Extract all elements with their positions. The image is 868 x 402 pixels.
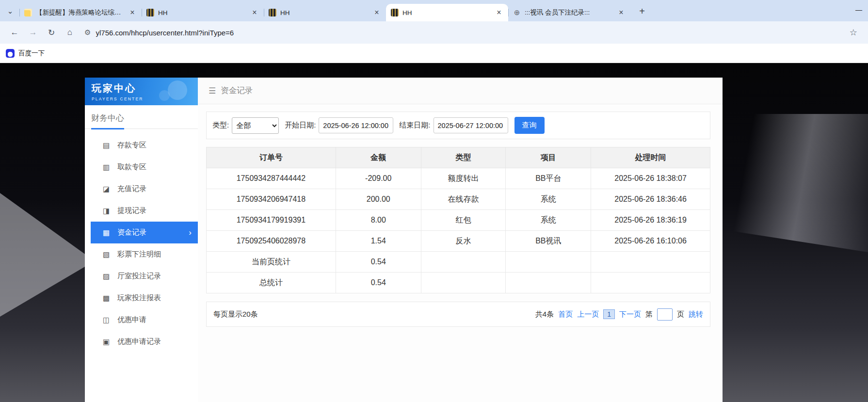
sidebar: 玩家中心 PLAYERS CENTER 财务中心 ▤ 存款专区 ▥ 取款专区 ◪… [85, 78, 198, 402]
cell-type: 反水 [421, 231, 506, 252]
jump-label-pre: 第 [645, 310, 653, 319]
player-bet-report-icon: ▩ [102, 294, 111, 303]
sidebar-item-hall-bet-records[interactable]: ▨ 厅室投注记录 [85, 265, 198, 287]
sidebar-item-label: 优惠申请 [117, 315, 146, 324]
funds-record-icon: ▦ [102, 228, 111, 237]
bookmark-star-icon[interactable]: ☆ [850, 27, 857, 38]
col-amount: 金额 [336, 147, 421, 168]
hh-favicon-icon [269, 9, 276, 16]
sidebar-item-label: 玩家投注报表 [117, 293, 161, 303]
first-page-link[interactable]: 首页 [558, 310, 573, 319]
cell-empty [506, 252, 591, 273]
tab-hh-1[interactable]: HH × [142, 4, 264, 21]
main-header: ☰ 资金记录 [198, 78, 723, 104]
background-shape [708, 114, 868, 252]
cell-empty [591, 273, 710, 293]
forum-favicon-icon [24, 9, 32, 16]
sidebar-item-label: 资金记录 [117, 228, 146, 237]
close-icon[interactable]: × [128, 8, 137, 17]
cell-process-time: 2025-06-26 18:38:07 [591, 168, 710, 189]
promo-apply-icon: ◫ [102, 316, 111, 324]
table-row: 1750934179919391 8.00 红包 系统 2025-06-26 1… [207, 210, 710, 231]
cell-order-number: 1750925406028978 [207, 231, 336, 252]
bookmarks-bar: 百度一下 [0, 44, 868, 63]
sidebar-item-promo-application[interactable]: ◫ 优惠申请 [85, 309, 198, 331]
cell-amount: 0.54 [336, 252, 421, 273]
jump-button[interactable]: 跳转 [689, 310, 703, 319]
back-icon: ← [11, 28, 19, 37]
cell-process-time: 2025-06-26 18:36:19 [591, 210, 710, 231]
tab-title: :::视讯 会员下注纪录::: [525, 8, 613, 17]
sidebar-item-player-bet-report[interactable]: ▩ 玩家投注报表 [85, 287, 198, 309]
col-order-number: 订单号 [207, 147, 336, 168]
sidebar-item-label: 优惠申请记录 [117, 337, 161, 346]
page-title: 资金记录 [221, 85, 253, 96]
tab-title: HH [280, 9, 369, 16]
col-process-time: 处理时间 [591, 147, 710, 168]
tab-search-button[interactable]: ⌄ [4, 5, 16, 17]
back-button[interactable]: ← [7, 25, 22, 40]
cell-amount: 8.00 [336, 210, 421, 231]
close-icon[interactable]: × [372, 8, 381, 17]
home-button[interactable]: ⌂ [62, 25, 78, 40]
cell-empty [591, 252, 710, 273]
reload-icon: ↻ [48, 28, 55, 38]
query-button[interactable]: 查询 [514, 117, 545, 134]
cell-order-number: 1750934287444442 [207, 168, 336, 189]
tab-hh-active[interactable]: HH × [386, 4, 508, 21]
table-row: 1750925406028978 1.54 反水 BB视讯 2025-06-26… [207, 231, 710, 252]
sidebar-item-withdraw-zone[interactable]: ▥ 取款专区 [85, 156, 198, 178]
cell-empty [506, 273, 591, 293]
site-info-icon[interactable]: ⚙ [84, 28, 91, 37]
cell-type: 在线存款 [421, 189, 506, 210]
current-page-indicator[interactable]: 1 [603, 309, 615, 319]
tab-video-bets[interactable]: ⊕ :::视讯 会员下注纪录::: × [508, 4, 630, 21]
tab-search-icon: ⌄ [7, 7, 14, 16]
sidebar-item-deposit-zone[interactable]: ▤ 存款专区 [85, 134, 198, 156]
end-date-input[interactable] [434, 117, 508, 133]
cell-empty [421, 252, 506, 273]
sidebar-item-withdrawal-records[interactable]: ◨ 提现记录 [85, 200, 198, 222]
tab-forum[interactable]: 【新提醒】海燕策略论坛综合交 × [19, 4, 142, 21]
window-minimize-button[interactable]: — [855, 6, 862, 14]
chevron-right-icon: › [189, 228, 192, 238]
address-bar[interactable]: ⚙ yl756.com/hhcp/usercenter.html?iniType… [80, 27, 861, 38]
total-count-text: 共4条 [535, 310, 554, 319]
pagination-bar: 每页显示20条 共4条 首页 上一页 1 下一页 第 页 跳转 [206, 302, 710, 327]
cell-project: 系统 [506, 210, 591, 231]
bookmark-baidu[interactable]: 百度一下 [18, 49, 45, 58]
funds-records-table: 订单号 金额 类型 项目 处理时间 1750934287444442 -209.… [206, 147, 710, 293]
next-page-link[interactable]: 下一页 [619, 310, 641, 319]
url-text[interactable]: yl756.com/hhcp/usercenter.html?iniType=6 [96, 29, 234, 37]
forward-button[interactable]: → [25, 25, 41, 40]
start-date-input[interactable] [319, 117, 393, 133]
filter-bar: 类型: 全部 开始日期: 结束日期: 查询 [206, 112, 710, 139]
page-jump-input[interactable] [657, 308, 673, 321]
tab-title: HH [158, 9, 246, 16]
type-select[interactable]: 全部 [232, 117, 279, 134]
promo-apply-record-icon: ▣ [102, 338, 111, 346]
recharge-record-icon: ◪ [102, 185, 111, 193]
close-icon[interactable]: × [617, 8, 626, 17]
sidebar-item-lottery-bet-details[interactable]: ▧ 彩票下注明细 [85, 243, 198, 265]
background-shape [0, 193, 95, 317]
end-date-label: 结束日期: [399, 121, 430, 130]
sidebar-item-label: 取款专区 [117, 162, 146, 172]
cell-project: 系统 [506, 189, 591, 210]
lottery-bet-detail-icon: ▧ [102, 250, 111, 259]
close-icon[interactable]: × [250, 8, 259, 17]
sidebar-item-funds-records[interactable]: ▦ 资金记录 › [91, 222, 198, 243]
reload-button[interactable]: ↻ [44, 25, 59, 40]
tab-hh-2[interactable]: HH × [264, 4, 386, 21]
close-icon[interactable]: × [495, 8, 503, 17]
cell-project: BB视讯 [506, 231, 591, 252]
sidebar-item-promo-application-records[interactable]: ▣ 优惠申请记录 [85, 331, 198, 353]
prev-page-link[interactable]: 上一页 [577, 310, 599, 319]
hall-bet-record-icon: ▨ [102, 272, 111, 281]
pagination-controls: 共4条 首页 上一页 1 下一页 第 页 跳转 [535, 308, 703, 321]
sidebar-menu: ▤ 存款专区 ▥ 取款专区 ◪ 充值记录 ◨ 提现记录 ▦ 资金记录 [85, 129, 198, 353]
sidebar-item-recharge-records[interactable]: ◪ 充值记录 [85, 178, 198, 200]
new-tab-button[interactable]: + [635, 4, 649, 18]
globe-icon: ⊕ [513, 9, 521, 16]
table-row: 1750934206947418 200.00 在线存款 系统 2025-06-… [207, 189, 710, 210]
